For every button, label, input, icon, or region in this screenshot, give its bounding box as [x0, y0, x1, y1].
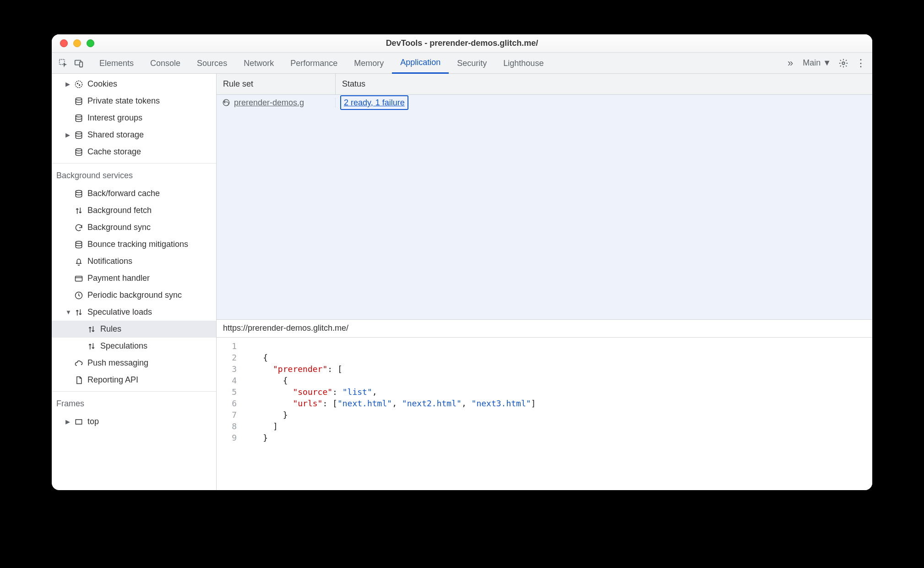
section-background-services: Background services: [52, 166, 216, 183]
sidebar-item-label: Cookies: [87, 79, 117, 89]
grid-row[interactable]: prerender-demos.g 2 ready, 1 failure: [217, 95, 872, 110]
kebab-menu-icon[interactable]: ⋮: [853, 55, 869, 71]
sidebar-item-private-state-tokens[interactable]: Private state tokens: [52, 93, 216, 109]
svg-point-8: [76, 115, 82, 117]
tab-sources[interactable]: Sources: [189, 53, 235, 74]
frame-icon: [74, 417, 84, 427]
svg-rect-13: [76, 276, 82, 281]
sidebar-item-background-sync[interactable]: Background sync: [52, 219, 216, 236]
svg-point-6: [79, 84, 80, 85]
updown-icon: [87, 324, 97, 334]
tab-console[interactable]: Console: [142, 53, 189, 74]
sidebar-item-rules[interactable]: Rules: [52, 321, 216, 338]
tab-application[interactable]: Application: [392, 53, 449, 74]
sidebar-item-label: Reporting API: [87, 375, 138, 385]
clock-back-icon: [221, 98, 231, 108]
db-icon: [74, 147, 84, 157]
sidebar-item-label: Speculative loads: [87, 307, 152, 317]
sidebar-item-speculative-loads[interactable]: ▼Speculative loads: [52, 304, 216, 321]
sidebar-item-periodic-background-sync[interactable]: Periodic background sync: [52, 287, 216, 304]
disclosure-triangle-icon: ▼: [65, 309, 71, 316]
card-icon: [74, 273, 84, 284]
sync-icon: [74, 223, 84, 233]
sidebar-item-label: Background fetch: [87, 206, 152, 215]
inspect-icon[interactable]: [55, 55, 71, 71]
titlebar: DevTools - prerender-demos.glitch.me/: [52, 34, 872, 53]
device-toggle-icon[interactable]: [71, 55, 87, 71]
updown-icon: [87, 341, 97, 351]
db-icon: [74, 130, 84, 140]
sidebar-item-label: Payment handler: [87, 273, 150, 283]
tab-network[interactable]: Network: [235, 53, 282, 74]
sidebar-item-back-forward-cache[interactable]: Back/forward cache: [52, 185, 216, 202]
sidebar-item-cookies[interactable]: ▶Cookies: [52, 76, 216, 93]
sidebar-item-label: Shared storage: [87, 130, 144, 140]
sidebar-item-background-fetch[interactable]: Background fetch: [52, 202, 216, 219]
sidebar-item-label: Private state tokens: [87, 96, 160, 106]
sidebar-item-label: Back/forward cache: [87, 189, 160, 198]
svg-point-10: [76, 148, 82, 151]
target-label: Main: [803, 58, 821, 67]
grid-body: prerender-demos.g 2 ready, 1 failure: [217, 95, 872, 319]
sidebar-item-push-messaging[interactable]: Push messaging: [52, 355, 216, 371]
bell-icon: [74, 257, 84, 267]
sidebar-item-notifications[interactable]: Notifications: [52, 253, 216, 270]
svg-point-12: [76, 241, 82, 243]
sidebar-item-label: Bounce tracking mitigations: [87, 240, 188, 249]
column-status[interactable]: Status: [336, 74, 872, 94]
toolbar: Elements Console Sources Network Perform…: [52, 53, 872, 74]
updown-icon: [74, 206, 84, 216]
sidebar-item-label: Rules: [100, 324, 121, 334]
window-title: DevTools - prerender-demos.glitch.me/: [52, 38, 872, 48]
sidebar-item-speculations[interactable]: Speculations: [52, 338, 216, 355]
sidebar-item-label: Notifications: [87, 257, 132, 266]
db-icon: [74, 113, 84, 123]
detail-url: https://prerender-demos.glitch.me/: [217, 319, 872, 338]
section-frames: Frames: [52, 394, 216, 411]
target-selector[interactable]: Main ▼: [800, 58, 834, 68]
updown-icon: [74, 307, 84, 317]
panel-tabs: Elements Console Sources Network Perform…: [91, 53, 552, 74]
sidebar-item-shared-storage[interactable]: ▶Shared storage: [52, 126, 216, 143]
svg-point-9: [76, 131, 82, 134]
sidebar-item-label: Push messaging: [87, 358, 148, 368]
svg-point-5: [77, 83, 78, 84]
column-rule-set[interactable]: Rule set: [217, 74, 336, 94]
devtools-window: DevTools - prerender-demos.glitch.me/ El…: [52, 34, 872, 490]
sidebar-item-payment-handler[interactable]: Payment handler: [52, 270, 216, 287]
sidebar-item-interest-groups[interactable]: Interest groups: [52, 109, 216, 126]
cookies-icon: [74, 79, 84, 89]
sidebar-item-reporting-api[interactable]: Reporting API: [52, 371, 216, 388]
sidebar-item-top[interactable]: ▶top: [52, 413, 216, 430]
svg-point-11: [76, 190, 82, 192]
tab-security[interactable]: Security: [449, 53, 495, 74]
sidebar: ▶CookiesPrivate state tokensInterest gro…: [52, 74, 217, 490]
disclosure-triangle-icon: ▶: [65, 131, 71, 138]
sidebar-item-label: Periodic background sync: [87, 290, 182, 300]
sidebar-item-cache-storage[interactable]: Cache storage: [52, 143, 216, 160]
more-tabs-icon[interactable]: »: [783, 55, 798, 71]
tab-performance[interactable]: Performance: [282, 53, 346, 74]
main-panel: Rule set Status prerender-demos.g 2 rea: [217, 74, 872, 490]
line-gutter: 1 2 3 4 5 6 7 8 9: [217, 340, 243, 490]
sidebar-item-label: Speculations: [100, 341, 147, 351]
sidebar-item-bounce-tracking-mitigations[interactable]: Bounce tracking mitigations: [52, 236, 216, 253]
tab-lighthouse[interactable]: Lighthouse: [495, 53, 552, 74]
disclosure-triangle-icon: ▶: [65, 418, 71, 425]
rule-link[interactable]: prerender-demos.g: [234, 98, 304, 108]
settings-icon[interactable]: [836, 55, 851, 71]
sidebar-item-label: top: [87, 417, 99, 426]
svg-point-4: [76, 81, 82, 87]
status-link[interactable]: 2 ready, 1 failure: [340, 95, 408, 110]
db-icon: [74, 240, 84, 250]
db-icon: [74, 96, 84, 106]
doc-icon: [74, 375, 84, 385]
source-code[interactable]: { "prerender": [ { "source": "list", "ur…: [243, 340, 536, 490]
cloud-icon: [74, 358, 84, 368]
grid-header: Rule set Status: [217, 74, 872, 95]
tab-elements[interactable]: Elements: [91, 53, 142, 74]
sidebar-item-label: Cache storage: [87, 147, 141, 157]
sidebar-item-label: Background sync: [87, 223, 151, 232]
svg-rect-15: [76, 420, 82, 424]
tab-memory[interactable]: Memory: [346, 53, 392, 74]
